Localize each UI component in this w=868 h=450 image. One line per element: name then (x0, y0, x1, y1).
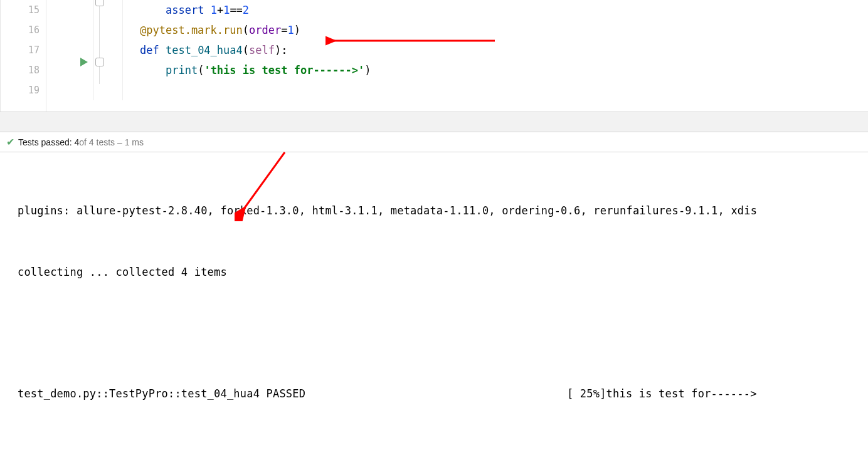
code-editor[interactable]: 15 16 17 18 19 assert 1+1==2 @pytest.mar… (0, 0, 868, 112)
code-line[interactable]: print('this is test for------>') (93, 60, 868, 80)
check-icon: ✔ (6, 136, 14, 148)
line-number: 16 (1, 20, 40, 40)
console-output[interactable]: plugins: allure-pytest-2.8.40, forked-1.… (0, 152, 868, 450)
line-number: 17 (1, 40, 40, 60)
keyword-assert: assert (166, 4, 204, 16)
decorator: @pytest.mark.run (140, 24, 243, 36)
line-number: 15 (1, 0, 40, 20)
gutter-annotations (46, 0, 93, 112)
line-number-gutter: 15 16 17 18 19 (1, 0, 46, 112)
console-line: plugins: allure-pytest-2.8.40, forked-1.… (18, 201, 868, 221)
code-line[interactable]: def test_04_hua4(self): (93, 40, 868, 60)
run-gutter-icon[interactable] (80, 58, 88, 66)
line-number: 18 (1, 60, 40, 80)
tests-passed-label: Tests passed: 4 (18, 137, 79, 147)
tests-passed-suffix: of 4 tests – 1 ms (79, 137, 144, 147)
console-line: collecting ... collected 4 items (18, 262, 868, 283)
panel-divider[interactable] (0, 112, 868, 132)
test-result-row: test_demo.py::TestPyPro::test_04_hua4 PA… (18, 384, 868, 404)
code-line[interactable]: @pytest.mark.run(order=1) (93, 20, 868, 40)
code-line[interactable]: assert 1+1==2 (93, 0, 868, 20)
line-number: 19 (1, 80, 40, 100)
test-status-bar: ✔ Tests passed: 4 of 4 tests – 1 ms (0, 132, 868, 152)
code-content[interactable]: assert 1+1==2 @pytest.mark.run(order=1) … (93, 0, 868, 112)
